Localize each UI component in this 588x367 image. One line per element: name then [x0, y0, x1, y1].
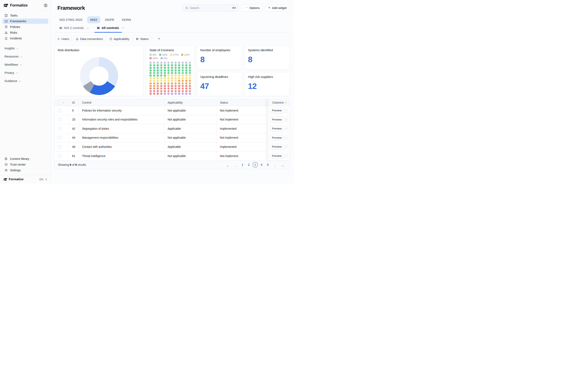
row-checkbox[interactable]	[58, 136, 61, 139]
options-button[interactable]: ⋯ Options	[242, 4, 263, 12]
legend-item-yellow: 17%	[170, 53, 178, 56]
sidebar-group-resources[interactable]: Resources	[4, 52, 46, 60]
subtab-all-controls[interactable]: All controls⋯	[94, 26, 127, 33]
preview-button[interactable]: Preview	[270, 126, 284, 132]
filter-chip-applicability[interactable]: Applicability	[107, 36, 132, 42]
row-checkbox[interactable]	[58, 154, 61, 158]
row-select-cell	[54, 151, 69, 161]
filter-chip-status[interactable]: Status	[134, 36, 151, 42]
user-account-icon[interactable]	[44, 3, 48, 7]
contract-dot	[149, 80, 152, 82]
filter-chip-users[interactable]: Users	[55, 36, 72, 42]
contract-dot	[167, 80, 170, 82]
tab-dgpr[interactable]: DGPR	[102, 16, 117, 23]
row-checkbox[interactable]	[58, 127, 61, 130]
sidebar-item-policies[interactable]: Policies	[2, 24, 48, 30]
controls-table: ID Control Applicability Status 5Policie…	[54, 99, 290, 169]
page-button-5[interactable]: 5	[266, 162, 270, 167]
legend-item-purple: 5%	[160, 57, 167, 60]
column-header-applicability[interactable]: Applicability	[164, 99, 217, 106]
filter-chip-data-connections[interactable]: Data connections	[73, 36, 105, 42]
contract-dot	[178, 92, 180, 95]
prev-page-button[interactable]: ‹	[233, 162, 238, 167]
chevron-down-icon[interactable]	[62, 101, 65, 104]
sidebar-group-privacy[interactable]: Privacy	[4, 69, 46, 77]
row-more-button[interactable]: ⋯	[285, 108, 288, 113]
cell-applicability: Applicable	[164, 142, 217, 151]
preview-button[interactable]: Preview	[270, 108, 284, 113]
contract-dot	[174, 87, 177, 90]
row-actions: Preview⋯	[268, 142, 290, 151]
search-box[interactable]: ⌘K	[183, 4, 239, 12]
contract-dot	[160, 77, 163, 79]
contract-dot	[189, 85, 191, 87]
first-page-button[interactable]: «	[224, 162, 231, 167]
app-root: Formalize TasksFrameworksPoliciesRisksIn…	[0, 0, 294, 184]
stat-value: 47	[200, 82, 239, 91]
contract-dot	[189, 87, 191, 90]
contract-dot	[185, 87, 187, 90]
preview-button[interactable]: Preview	[270, 117, 284, 122]
select-all-checkbox[interactable]	[58, 101, 61, 104]
page-button-1[interactable]: 1	[240, 162, 245, 167]
sidebar-item-settings[interactable]: Settings	[2, 167, 48, 173]
contract-dot	[153, 75, 155, 77]
sidebar-item-trust-center[interactable]: Trust center	[2, 162, 48, 167]
next-page-button[interactable]: ›	[272, 162, 278, 167]
sidebar-group-label: Workflows	[4, 63, 18, 66]
sidebar-item-incidents[interactable]: Incidents	[2, 36, 48, 41]
sidebar-item-frameworks[interactable]: Frameworks	[2, 18, 48, 24]
tab-iso-27001-2022[interactable]: ISO 27001:2022	[56, 16, 86, 23]
subtab-nis-2-controls[interactable]: NIS 2 controls⋯	[57, 26, 92, 33]
row-checkbox[interactable]	[58, 109, 61, 112]
sidebar-group-workflows[interactable]: Workflows	[4, 60, 46, 69]
sidebar-item-risks[interactable]: Risks	[2, 30, 48, 35]
chevron-down-icon	[20, 56, 22, 58]
add-widget-button[interactable]: + Add widget	[265, 4, 290, 12]
last-page-button[interactable]: »	[279, 162, 286, 167]
contract-dot	[156, 77, 159, 79]
contract-dot	[164, 72, 166, 74]
sidebar-item-content-library[interactable]: Content library	[2, 156, 48, 161]
add-filter-button[interactable]: +	[156, 36, 162, 41]
tab-more-icon[interactable]: ⋯	[86, 26, 89, 30]
preview-button[interactable]: Preview	[270, 135, 284, 141]
row-more-button[interactable]: ⋯	[285, 144, 288, 149]
sidebar-group-label: Privacy	[4, 71, 14, 75]
search-input[interactable]	[190, 6, 229, 9]
chevron-down-icon	[16, 72, 18, 74]
checkbox-icon	[109, 38, 112, 40]
sidebar-group-insights[interactable]: Insights	[4, 44, 46, 52]
row-checkbox[interactable]	[58, 118, 61, 121]
row-more-button[interactable]: ⋯	[285, 126, 288, 131]
contract-dot	[185, 75, 187, 77]
column-header-control[interactable]: Control	[79, 99, 164, 106]
row-more-button[interactable]: ⋯	[285, 117, 288, 122]
row-more-button[interactable]: ⋯	[285, 135, 288, 140]
widgets-grid: Risk distribution State of Contracts 8%3…	[54, 45, 290, 96]
cell-control: Policies for information security	[79, 106, 164, 115]
page-button-3[interactable]: 3	[253, 162, 258, 167]
column-header-id[interactable]: ID	[69, 99, 79, 106]
sidebar-group-label: Resources	[4, 55, 18, 58]
contracts-dot-matrix	[149, 62, 191, 95]
contract-dot	[189, 69, 191, 72]
tab-dora[interactable]: DORA	[119, 16, 134, 23]
contract-dot	[153, 85, 155, 87]
cell-status: Not implement	[217, 106, 268, 115]
page-button-4[interactable]: 4	[259, 162, 264, 167]
tab-nis2[interactable]: NIS2	[87, 16, 100, 23]
sidebar-group-guidance[interactable]: Guidance	[4, 77, 46, 85]
preview-button[interactable]: Preview	[270, 144, 284, 150]
page-button-2[interactable]: 2	[247, 162, 251, 167]
tab-more-icon[interactable]: ⋯	[121, 26, 125, 30]
language-selector-icon[interactable]	[45, 178, 48, 181]
column-header-status[interactable]: Status	[217, 99, 268, 106]
columns-menu-button[interactable]: Columns	[268, 99, 290, 106]
row-checkbox[interactable]	[58, 145, 61, 149]
contract-dot	[160, 87, 163, 90]
preview-button[interactable]: Preview	[270, 153, 284, 159]
sidebar-item-label: Content library	[10, 157, 29, 160]
row-more-button[interactable]: ⋯	[285, 154, 288, 158]
sidebar-item-tasks[interactable]: Tasks	[2, 13, 48, 18]
